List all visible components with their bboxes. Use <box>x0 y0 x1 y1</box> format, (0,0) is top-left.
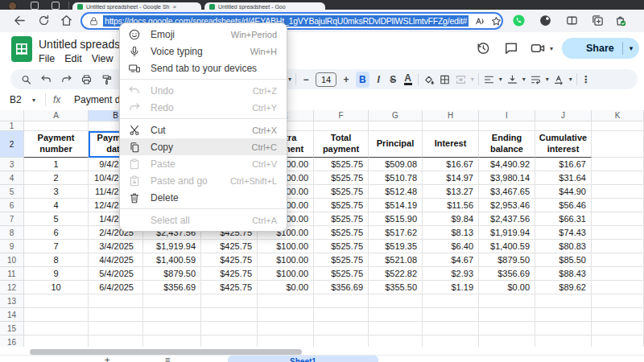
cell-J6[interactable]: $56.46 <box>535 199 592 212</box>
italic-icon[interactable]: I <box>374 72 384 88</box>
cell-A9[interactable]: 7 <box>24 240 89 253</box>
text-rotation-icon[interactable] <box>553 72 565 88</box>
cell-H13[interactable] <box>423 294 479 308</box>
column-header-a[interactable]: A <box>24 110 89 121</box>
cell-F9[interactable]: $525.75 <box>314 240 369 253</box>
cell-F6[interactable]: $525.75 <box>314 199 369 212</box>
redo-icon[interactable] <box>60 72 72 88</box>
cell-I4[interactable]: $3,980.14 <box>479 171 535 185</box>
cell-E9[interactable]: $100.00 <box>258 240 314 253</box>
cell-I13[interactable] <box>479 294 535 308</box>
cell-I1[interactable] <box>479 121 535 131</box>
sheets-logo-icon[interactable] <box>11 36 32 62</box>
cell-F3[interactable]: $525.75 <box>314 158 369 171</box>
decrease-font-size-icon[interactable]: − <box>300 72 312 88</box>
back-icon[interactable] <box>13 14 27 27</box>
cell-E13[interactable] <box>258 294 314 308</box>
browser-tab-2[interactable]: Untitled spreadsheet - Goo <box>204 2 325 10</box>
cell-H6[interactable]: $11.56 <box>423 199 479 212</box>
menu-item-copy[interactable]: CopyCtrl+C <box>120 138 287 155</box>
cell-J8[interactable]: $74.43 <box>535 226 592 240</box>
cell-K15[interactable] <box>592 322 644 335</box>
cell-C16[interactable] <box>143 335 201 347</box>
cell-D13[interactable] <box>201 294 258 308</box>
cell-I11[interactable]: $356.69 <box>479 267 535 281</box>
cell-G13[interactable] <box>369 294 423 308</box>
bold-icon[interactable]: B <box>356 72 369 88</box>
font-dropdown-caret[interactable]: ▾ <box>288 76 291 83</box>
chevron-down-icon[interactable]: ▾ <box>550 45 553 52</box>
row-header-11[interactable]: 11 <box>0 267 24 281</box>
cell-E15[interactable] <box>258 322 314 335</box>
cell-K14[interactable] <box>592 308 644 322</box>
cell-E11[interactable]: $100.00 <box>258 267 314 281</box>
share-dropdown-caret[interactable]: ▾ <box>623 44 640 52</box>
cell-K2[interactable] <box>592 131 644 158</box>
cell-J11[interactable]: $88.43 <box>535 267 592 281</box>
cell-A10[interactable]: 8 <box>24 253 89 267</box>
cell-G14[interactable] <box>369 308 423 322</box>
text-wrap-icon[interactable] <box>530 72 542 88</box>
text-wrap-icon-caret[interactable]: ▾ <box>546 76 549 83</box>
cell-A7[interactable]: 5 <box>24 212 89 226</box>
cell-K1[interactable] <box>592 121 644 131</box>
tab-strip-icon[interactable] <box>31 2 39 10</box>
name-box-caret-icon[interactable]: ▾ <box>32 97 35 104</box>
cell-G12[interactable]: $355.50 <box>369 281 423 294</box>
borders-icon[interactable] <box>439 72 451 88</box>
shopping-icon[interactable] <box>613 14 627 27</box>
lock-icon[interactable] <box>89 16 99 27</box>
cell-D10[interactable]: $425.75 <box>201 253 258 267</box>
cell-J14[interactable] <box>535 308 592 322</box>
column-header-h[interactable]: H <box>423 110 479 121</box>
cell-K7[interactable] <box>592 212 644 226</box>
cell-F16[interactable] <box>314 335 369 347</box>
cell-I2[interactable]: Ending balance <box>479 131 535 158</box>
cell-G3[interactable]: $509.08 <box>369 158 423 171</box>
column-header-f[interactable]: F <box>314 110 369 121</box>
menu-file[interactable]: File <box>39 53 55 64</box>
cell-A11[interactable]: 9 <box>24 267 89 281</box>
cell-A12[interactable]: 10 <box>24 281 89 294</box>
all-sheets-icon[interactable]: ≡ <box>165 356 170 362</box>
refresh-icon[interactable] <box>37 14 51 27</box>
column-header-k[interactable]: K <box>592 110 644 121</box>
print-icon[interactable] <box>80 72 93 88</box>
row-header-10[interactable]: 10 <box>0 253 24 267</box>
undo-icon[interactable] <box>40 72 52 88</box>
more-icon[interactable]: ⋮ <box>581 72 591 88</box>
cell-J3[interactable]: $16.67 <box>535 158 592 171</box>
cell-H14[interactable] <box>423 308 479 322</box>
cell-I7[interactable]: $2,437.56 <box>479 212 535 226</box>
cell-I5[interactable]: $3,467.65 <box>479 185 535 199</box>
cell-I12[interactable]: $0.00 <box>479 281 535 294</box>
cell-I14[interactable] <box>479 308 535 322</box>
cell-H16[interactable] <box>423 335 479 347</box>
cell-G10[interactable]: $521.08 <box>369 253 423 267</box>
select-all-corner[interactable] <box>0 110 24 121</box>
column-header-j[interactable]: J <box>535 110 592 121</box>
cell-H1[interactable] <box>423 121 479 131</box>
cell-J12[interactable]: $89.62 <box>535 281 592 294</box>
row-header-1[interactable]: 1 <box>0 121 24 131</box>
cell-I10[interactable]: $879.50 <box>479 253 535 267</box>
cell-I8[interactable]: $1,919.94 <box>479 226 535 240</box>
cell-E10[interactable]: $100.00 <box>258 253 314 267</box>
cell-J15[interactable] <box>535 322 592 335</box>
row-header-16[interactable]: 16 <box>0 335 24 347</box>
cell-A2[interactable]: Payment number <box>24 131 89 158</box>
cell-G8[interactable]: $517.62 <box>369 226 423 240</box>
row-header-2[interactable]: 2 <box>0 131 24 158</box>
row-header-12[interactable]: 12 <box>0 281 24 294</box>
cell-B14[interactable] <box>89 308 143 322</box>
cell-B9[interactable]: 3/4/2025 <box>89 240 143 253</box>
cell-A13[interactable] <box>24 294 89 308</box>
cell-F2[interactable]: Total payment <box>314 131 369 158</box>
cell-J2[interactable]: Cumulative interest <box>535 131 592 158</box>
cell-B11[interactable]: 5/4/2025 <box>89 267 143 281</box>
cell-G9[interactable]: $519.35 <box>369 240 423 253</box>
cell-H8[interactable]: $8.13 <box>423 226 479 240</box>
fill-color-icon[interactable] <box>423 72 435 88</box>
text-rotation-icon-caret[interactable]: ▾ <box>569 76 572 83</box>
cell-A15[interactable] <box>24 322 89 335</box>
